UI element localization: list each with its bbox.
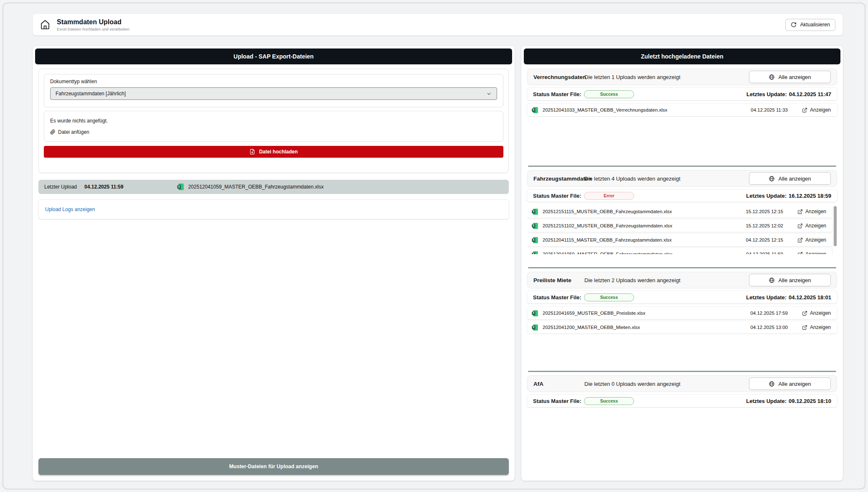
status-label: Status Master File: [533, 91, 584, 97]
view-file-link[interactable]: Anzeigen [802, 324, 833, 330]
section-divider [528, 371, 836, 372]
last-upload-filename: 202512041059_MASTER_OEBB_Fahrzeugstammda… [188, 184, 323, 190]
file-row: X 202512151115_MUSTER_OEBB_Fahrzeugstamm… [527, 205, 832, 218]
status-label: Status Master File: [533, 398, 584, 404]
upload-panel-header: Upload - SAP Export-Dateien [35, 48, 512, 64]
refresh-icon [791, 22, 797, 28]
section-title: Preiliste Miete [533, 277, 584, 283]
section-title: Fahrzeugstammdaten [533, 176, 584, 182]
file-name: 202512041200_MASTER_OEBB_Mieten.xlsx [543, 325, 640, 330]
view-file-link[interactable]: Anzeigen [797, 209, 828, 214]
svg-text:X: X [178, 185, 180, 188]
file-name: 202512151115_MUSTER_OEBB_Fahrzeugstammda… [543, 209, 672, 214]
page-title: Stammdaten Upload [57, 18, 129, 26]
scrollbar[interactable] [834, 206, 837, 246]
show-all-button[interactable]: Alle anzeigen [749, 71, 831, 83]
external-link-icon [802, 325, 807, 330]
file-date: 04.12.2025 13:00 [750, 325, 788, 330]
section-afa: AfA Die letzten 0 Uploads werden angezei… [527, 375, 837, 476]
section-verrechnungsdaten: Verrechnungsdaten Die letzten 1 Uploads … [527, 69, 837, 166]
last-upload-date: 04.12.2025 11:59 [84, 184, 123, 190]
view-file-link[interactable]: Anzeigen [802, 310, 833, 316]
view-file-link[interactable]: Anzeigen [797, 237, 828, 243]
section-header: Fahrzeugstammdaten Die letzten 4 Uploads… [527, 170, 837, 187]
refresh-label: Aktualisieren [800, 22, 830, 28]
doctype-select[interactable]: Fahrzeugstammdaten [Jährlich] [50, 87, 497, 100]
status-badge: Success [584, 397, 634, 405]
recent-files-panel: Zuletzt hochgeladene Dateien Verrechnung… [521, 46, 843, 481]
external-link-icon [797, 223, 803, 229]
upload-panel-title: Upload - SAP Export-Dateien [233, 53, 314, 60]
attach-file-button[interactable]: Datei anfügen [50, 129, 89, 135]
section-title: Verrechnungsdaten [533, 74, 584, 80]
file-name: 202512041659_MUSTER_OEBB_Preisliste.xlsx [543, 311, 645, 316]
status-label: Status Master File: [533, 193, 584, 199]
upload-button-label: Datei hochladen [259, 149, 298, 155]
refresh-button[interactable]: Aktualisieren [785, 19, 835, 31]
status-row: Status Master File: Success Letztes Upda… [527, 291, 837, 303]
section-header: Preiliste Miete Die letzten 2 Uploads we… [527, 272, 837, 288]
show-all-label: Alle anzeigen [778, 74, 811, 80]
excel-icon: X [531, 237, 538, 244]
file-date: 04.12.2025 11:59 [746, 252, 783, 254]
section-description: Die letzten 0 Uploads werden angezeigt [584, 381, 680, 387]
status-badge: Success [584, 293, 634, 301]
file-date: 04.12.2025 12:15 [746, 237, 783, 242]
globe-icon [769, 277, 775, 283]
section-header: Verrechnungsdaten Die letzten 1 Uploads … [527, 69, 837, 85]
section-title: AfA [533, 381, 584, 387]
file-row: X 202512151102_MUSTER_OEBB_Fahrzeugstamm… [527, 219, 832, 232]
file-date: 15.12.2025 12:15 [746, 209, 783, 214]
file-name: 202512151102_MUSTER_OEBB_Fahrzeugstammda… [543, 223, 672, 228]
home-icon[interactable] [40, 20, 50, 30]
excel-icon: X [531, 324, 538, 331]
upload-button[interactable]: Datei hochladen [44, 146, 503, 158]
upload-form-card: Dokumenttyp wählen Fahrzeugstammdaten [J… [38, 69, 509, 173]
section-preiliste-miete: Preiliste Miete Die letzten 2 Uploads we… [527, 272, 837, 371]
attach-empty-text: Es wurde nichts angefügt. [50, 118, 497, 124]
globe-icon [769, 74, 775, 80]
file-list-scroll-area[interactable]: X 202512151115_MUSTER_OEBB_Fahrzeugstamm… [527, 205, 837, 254]
external-link-icon [797, 209, 803, 214]
sample-files-button[interactable]: Muster-Dateien für Upload anzeigen [38, 458, 509, 475]
globe-icon [769, 176, 775, 182]
show-all-button[interactable]: Alle anzeigen [749, 274, 831, 286]
recent-panel-title: Zuletzt hochgeladene Dateien [641, 53, 723, 60]
doctype-label: Dokumenttyp wählen [50, 79, 497, 84]
file-row: X 202512041659_MUSTER_OEBB_Preisliste.xl… [527, 307, 837, 319]
show-all-button[interactable]: Alle anzeigen [749, 377, 831, 390]
excel-icon: X [177, 183, 184, 191]
last-update: Letztes Update:16.12.2025 18:59 [746, 193, 831, 199]
upload-logs-link[interactable]: Upload Logs anzeigen [45, 206, 95, 212]
excel-icon: X [531, 222, 538, 229]
external-link-icon [802, 107, 807, 113]
paperclip-icon [50, 129, 56, 135]
section-divider [528, 267, 836, 268]
external-link-icon [802, 311, 807, 316]
last-upload-bar: Letzter Upload 04.12.2025 11:59 X 202512… [38, 180, 509, 194]
excel-icon: X [531, 251, 538, 255]
view-file-link[interactable]: Anzeigen [802, 107, 833, 113]
external-link-icon [797, 237, 803, 243]
last-update: Letztes Update:09.12.2025 18:10 [746, 398, 831, 404]
file-row: X 202512041059_MASTER_OEBB_Fahrzeugstamm… [527, 248, 832, 254]
show-all-button[interactable]: Alle anzeigen [749, 172, 831, 185]
file-row: X 202512041033_MASTER_OEBB_Verrechnungsd… [527, 104, 837, 116]
left-panel-spacer [38, 219, 509, 458]
last-update: Letztes Update:04.12.2025 11:47 [746, 91, 831, 97]
page-subtitle: Excel Dateien hochladen und verarbeiten [57, 27, 129, 31]
last-upload-label: Letzter Upload [44, 184, 77, 190]
globe-icon [769, 381, 775, 387]
external-link-icon [797, 252, 803, 255]
page-header: Stammdaten Upload Excel Dateien hochlade… [33, 14, 843, 36]
chevron-down-icon [486, 91, 492, 97]
view-file-link[interactable]: Anzeigen [797, 251, 828, 254]
attach-file-label: Datei anfügen [58, 129, 89, 135]
view-file-link[interactable]: Anzeigen [797, 223, 828, 229]
status-badge: Success [584, 90, 634, 98]
file-upload-icon [249, 149, 255, 155]
section-description: Die letzten 1 Uploads werden angezeigt [584, 74, 680, 80]
file-date: 15.12.2025 12:02 [746, 223, 783, 228]
file-row: X 202512041115_MASTER_OEBB_Fahrzeugstamm… [527, 234, 832, 246]
attach-card: Es wurde nichts angefügt. Datei anfügen [44, 111, 503, 142]
